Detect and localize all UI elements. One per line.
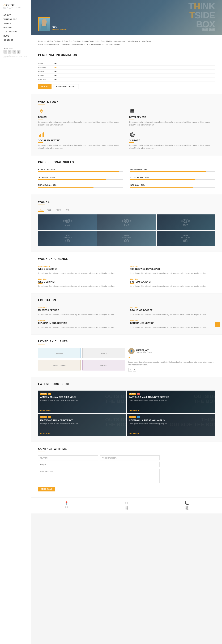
hero-info: XXX Front-end Developer <box>52 26 67 31</box>
nav-works[interactable]: WORKS <box>4 21 28 26</box>
nav-resume[interactable]: RESUME <box>4 26 28 30</box>
blog-post-title: UT FRINGILLA PURSE NON VARIUS <box>129 419 213 422</box>
client-logos: Ice CreamBrand 2DINING + DRINKSVINTAGE <box>38 348 125 370</box>
hero-twitter-icon[interactable]: t <box>205 28 208 31</box>
nav-testimonial[interactable]: TESTIMONIAL <box>4 30 28 34</box>
personal-info-table: Name : XXX Birthday : XXX Phone : XXX <box>38 62 215 82</box>
timeline-title: DIPLOMA IN ENGINEERING <box>38 322 123 324</box>
svg-rect-5 <box>130 111 134 112</box>
nav-blog[interactable]: BLOG <box>4 34 28 38</box>
work-exp-item: 2016 - 2018 TRAINEE WEB DEVELOPER Lorem … <box>130 266 215 275</box>
blog-read-more-link[interactable]: READ MORE <box>40 409 124 411</box>
skills-underline <box>38 165 45 165</box>
work-item-text: THINK OUTSIDE THE BOX <box>63 235 72 242</box>
nav-contact[interactable]: CONTACT <box>4 38 28 42</box>
hire-buttons: HIRE ME DOWNLOAD RESUME <box>38 84 215 89</box>
name-input[interactable] <box>38 456 98 460</box>
works-filter-print[interactable]: PRINT <box>55 208 62 212</box>
hero-social: f t g+ in <box>202 28 215 31</box>
testimonials-underline <box>38 344 45 344</box>
work-item[interactable]: THINK OUTSIDE THE BOX <box>38 231 96 246</box>
sidebar-nav: ABOUT WHATS I DO? WORKS RESUME TESTIMONI… <box>4 13 28 42</box>
blog-post-item: THINKOUTSIDE THE BOX 31 DEC UX UT FRINGI… <box>127 414 215 436</box>
footer-value-1: XXXXXX <box>98 506 155 510</box>
skills-section: PROFESSIONAL SKILLS HTML & CSS - 95% PHO… <box>31 156 222 194</box>
twitter-icon[interactable]: t <box>8 50 12 54</box>
testimonial-next-button[interactable]: > <box>133 368 136 372</box>
timeline-text: Lorem ipsum dolor sit amet, consectetur … <box>130 313 215 316</box>
testimonial-person: 👤 ANDREA MAY Founder - City - Trame <box>128 348 215 354</box>
skill-item: JAVASCRIPT - 80% <box>38 176 123 180</box>
timeline-title: WEB DEVELOPER <box>38 268 123 270</box>
timeline-text: Lorem ipsum dolor sit amet, consectetur … <box>130 326 215 329</box>
blog-read-more-link[interactable]: READ MORE <box>129 409 213 411</box>
hero-linkedin-icon[interactable]: in <box>212 28 215 31</box>
testimonial-role: Founder - City - Trame <box>136 351 152 353</box>
blog-read-more-link[interactable]: READ MORE <box>129 432 213 434</box>
blog-read-more-link[interactable]: READ MORE <box>40 432 124 434</box>
googleplus-icon[interactable]: g+ <box>17 50 20 54</box>
blog-grid: OUTSIDETHE BOX 29 SEP UI AENEAN SOLLAM S… <box>38 390 215 436</box>
where-else-label: Where Else? <box>4 47 28 49</box>
info-row-address: Address : XXX <box>38 78 215 82</box>
education-item: 2005 - 2009 GENERAL EDUCATION Lorem ipsu… <box>130 320 215 329</box>
timeline-text: Lorem ipsum dolor sit amet, consectetur … <box>38 272 123 275</box>
footer-value-0: XXX <box>38 506 95 508</box>
about-text: Hello, I'm a UI/UX Designer & Front End … <box>38 40 160 46</box>
blog-post-item: OUTSIDETHE BOX 29 SEP UI AENEAN SOLLAM S… <box>38 390 126 413</box>
work-item-text: THINK OUTSIDE THE BOX <box>182 218 190 226</box>
work-item[interactable]: THINK OUTSIDE THE BOX <box>156 231 215 246</box>
message-input[interactable] <box>38 469 160 483</box>
work-exp-item: 2014 - 2016 WEB DESIGNER Lorem ipsum dol… <box>38 278 123 288</box>
skill-bar-bg <box>38 179 123 180</box>
work-item[interactable]: THINK OUTSIDE THE BOX <box>156 214 215 230</box>
works-filter-web[interactable]: WEB <box>46 208 53 212</box>
download-resume-button[interactable]: DOWNLOAD RESUME <box>53 84 79 89</box>
linkedin-icon[interactable]: in <box>12 50 16 54</box>
skills-title: PROFESSIONAL SKILLS <box>38 161 215 164</box>
testimonial-prev-button[interactable]: < <box>128 368 132 372</box>
work-item-text: THINK OUTSIDE THE BOX <box>63 218 72 226</box>
sidebar-logo: diGEST RESPONSIVE PERSONAL TEMPLATE <box>4 4 28 10</box>
info-row-birthday: Birthday : XXX <box>38 66 215 70</box>
timeline-text: Lorem ipsum dolor sit amet, consectetur … <box>130 285 215 288</box>
service-support-title: SUPPORT <box>129 139 215 142</box>
blog-underline <box>38 387 45 387</box>
works-filter-all[interactable]: ALL <box>38 208 44 212</box>
subject-input[interactable] <box>38 462 160 467</box>
skill-bar-fill <box>130 187 193 188</box>
work-item[interactable]: THINK OUTSIDE THE BOX <box>97 214 156 230</box>
hero-section: THINK TSIDE BOX XXX Front <box>31 0 222 35</box>
works-filter-app[interactable]: APP <box>64 208 71 212</box>
scroll-top-button[interactable]: ↑ <box>216 322 220 327</box>
skill-name: INDESIGN - 74% <box>130 184 145 186</box>
work-item[interactable]: THINK OUTSIDE THE BOX <box>38 214 96 230</box>
service-social-marketing: SOCIAL MARKETING Un enim ad minim veniam… <box>38 132 124 150</box>
work-item[interactable]: THINK OUTSIDE THE BOX <box>97 231 156 246</box>
hero-googleplus-icon[interactable]: g+ <box>209 28 212 31</box>
service-development-text: Un enim ad minim veniam, quis nostrud ex… <box>129 121 215 126</box>
work-item-overlay: THINK OUTSIDE THE BOX <box>97 214 156 230</box>
svg-rect-2 <box>42 24 46 26</box>
nav-about[interactable]: ABOUT <box>4 13 28 17</box>
submit-button[interactable]: SEND EMAIL <box>38 487 55 492</box>
works-title: WORKS <box>38 200 215 204</box>
email-input[interactable] <box>100 456 160 460</box>
facebook-icon[interactable]: f <box>4 50 7 54</box>
skill-item: INDESIGN - 74% <box>130 184 215 188</box>
blog-category: UX <box>137 393 140 395</box>
blog-post-title: LAST BLOG MALL TRYING TO SURVIVE <box>129 396 213 399</box>
blog-excerpt: Lorem ipsum dolor sit amet, consectetur … <box>129 423 213 425</box>
testimonials-title: LOVED BY CLIENTS <box>38 340 215 343</box>
nav-whats-i-do[interactable]: WHATS I DO? <box>4 17 28 21</box>
hero-facebook-icon[interactable]: f <box>202 28 205 31</box>
work-item-overlay: THINK OUTSIDE THE BOX <box>156 214 215 230</box>
skill-bar-bg <box>130 179 215 180</box>
main-content: THINK TSIDE BOX XXX Front <box>31 0 222 644</box>
education-underline <box>38 303 45 303</box>
hire-me-button[interactable]: HIRE ME <box>38 84 52 89</box>
work-experience-section: WORK EXPERIENCE 2018 - CURRENT WEB DEVEL… <box>31 252 222 293</box>
svg-point-12 <box>130 132 134 137</box>
blog-date: 17 NOV <box>40 416 47 418</box>
blog-category: UI <box>48 393 51 395</box>
